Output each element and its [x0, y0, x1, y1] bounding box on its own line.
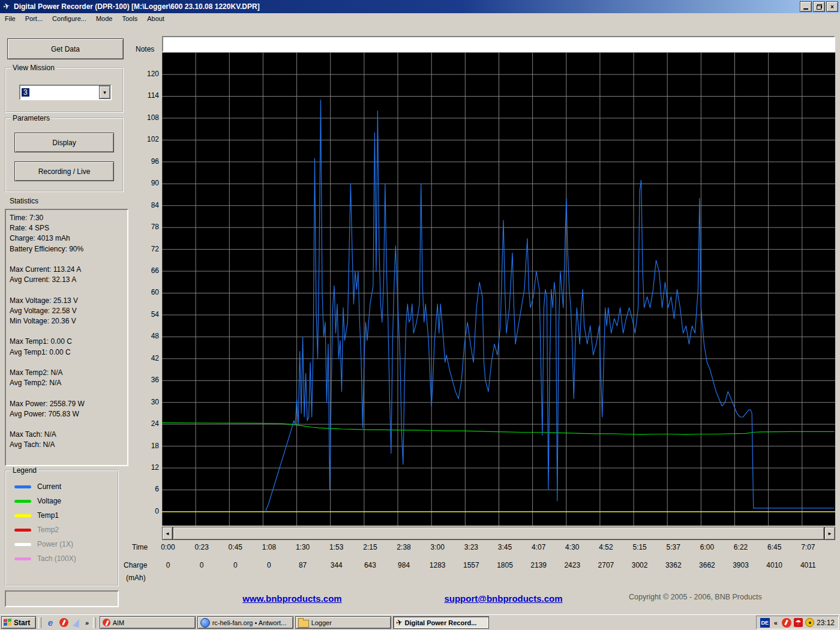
charge-axis-label: Charge: [124, 561, 147, 569]
statistics-line: [10, 419, 127, 430]
statistics-line: Charge: 4013 mAh: [10, 233, 127, 244]
statistics-line: Max Power: 2558.79 W: [10, 399, 127, 409]
task-button-digital-power-record[interactable]: ✈Digital Power Record...: [393, 616, 489, 629]
legend-item-temp1: Temp1: [6, 508, 118, 523]
y-tick-label: 72: [133, 245, 159, 253]
time-tick-label: 0:23: [194, 543, 208, 551]
charge-value: 0: [267, 561, 271, 569]
kite-icon[interactable]: [71, 617, 82, 628]
chart-horizontal-scrollbar[interactable]: ◄ ►: [162, 527, 835, 540]
title-bar[interactable]: ✈ Digital Power Recorder (DPR-100) [M:\L…: [0, 0, 840, 13]
time-tick-label: 4:30: [565, 543, 579, 551]
y-tick-label: 114: [133, 91, 159, 100]
time-tick-label: 1:08: [262, 543, 276, 551]
y-tick-label: 42: [133, 354, 159, 362]
charge-value: 1283: [430, 561, 446, 569]
y-tick-label: 24: [133, 419, 159, 428]
start-button[interactable]: Start: [1, 616, 36, 629]
charge-value: 87: [299, 561, 307, 569]
ie-glyph: e: [48, 618, 53, 628]
task-button-strip: AIMrc-heli-fan.org • Antwort...Logger✈Di…: [98, 616, 490, 629]
y-tick-label: 96: [133, 157, 159, 166]
website-link[interactable]: www.bnbproducts.com: [242, 593, 341, 604]
charge-value: 1557: [463, 561, 479, 569]
time-tick-label: 4:52: [599, 543, 613, 551]
charge-value: 2707: [598, 561, 614, 569]
charge-value: 1805: [497, 561, 513, 569]
aim-icon[interactable]: [58, 617, 69, 628]
restore-icon: [817, 4, 822, 10]
avira-tray-icon[interactable]: ☂: [794, 618, 803, 627]
task-button-logger[interactable]: Logger: [295, 616, 391, 629]
copyright-text: Copyright © 2005 - 2006, BNB Products: [629, 593, 762, 601]
menu-item-mode[interactable]: Mode: [91, 14, 118, 23]
menu-item-about[interactable]: About: [142, 14, 169, 23]
statistics-line: Max Temp2: N/A: [10, 368, 127, 378]
restore-button[interactable]: [813, 1, 825, 12]
power-chart: [162, 52, 835, 526]
statistics-line: Time: 7:30: [10, 213, 127, 223]
taskbar-grip: [38, 617, 41, 628]
statistics-line: Max Current: 113.24 A: [10, 265, 127, 275]
charge-value: 984: [398, 561, 410, 569]
close-button[interactable]: ×: [826, 1, 838, 12]
aim-icon: [103, 619, 110, 626]
task-button-label: rc-heli-fan.org • Antwort...: [212, 619, 287, 626]
minimize-button[interactable]: [800, 1, 812, 12]
scroll-left-button[interactable]: ◄: [162, 527, 173, 540]
charge-value: 344: [331, 561, 343, 569]
statistics-line: Rate: 4 SPS: [10, 223, 127, 233]
arrow-right-icon: ►: [827, 531, 832, 536]
charge-value: 3662: [699, 561, 715, 569]
mission-selected-value: 3: [22, 88, 29, 97]
scrollbar-thumb[interactable]: [173, 527, 824, 540]
menu-item-tools[interactable]: Tools: [117, 14, 142, 23]
menu-item-file[interactable]: File: [0, 14, 20, 23]
y-tick-label: 12: [133, 463, 159, 472]
statistics-line: [10, 254, 127, 265]
combo-dropdown-button[interactable]: ▼: [99, 86, 110, 99]
statistics-line: Max Voltage: 25.13 V: [10, 296, 127, 306]
tray-collapse-chevron[interactable]: «: [774, 619, 778, 626]
app-plane-icon: ✈: [1, 1, 13, 13]
time-tick-label: 7:07: [801, 543, 815, 551]
time-tick-label: 0:45: [229, 543, 242, 551]
get-data-button[interactable]: Get Data: [7, 38, 124, 59]
menu-item-configure[interactable]: Configure...: [47, 14, 91, 23]
y-tick-label: 90: [133, 179, 159, 187]
time-tick-label: 6:45: [767, 543, 781, 551]
charge-value: 2139: [530, 561, 547, 569]
task-button-label: Logger: [311, 619, 332, 626]
menu-item-port[interactable]: Port...: [20, 14, 47, 23]
charge-value: 2423: [564, 561, 580, 569]
time-tick-label: 6:22: [734, 543, 748, 551]
time-tick-label: 3:23: [464, 543, 478, 551]
y-tick-label: 6: [133, 485, 159, 493]
statistics-line: Min Voltage: 20.36 V: [10, 316, 127, 326]
quicklaunch-overflow-chevron[interactable]: »: [85, 619, 89, 626]
scroll-right-button[interactable]: ►: [824, 527, 835, 540]
support-email-link[interactable]: support@bnbproducts.com: [444, 593, 562, 604]
language-indicator-de[interactable]: DE: [760, 618, 770, 628]
y-tick-label: 78: [133, 223, 159, 231]
task-button-label: Digital Power Record...: [405, 619, 477, 626]
task-button-aim[interactable]: AIM: [100, 616, 196, 629]
charge-value: 4011: [800, 561, 816, 569]
aim-glyph: [59, 618, 68, 627]
recording-live-button[interactable]: Recording / Live: [14, 161, 114, 181]
legend-item-power: Power (1X): [6, 537, 118, 551]
flower-tray-icon[interactable]: [805, 618, 814, 627]
time-tick-label: 2:15: [363, 543, 377, 551]
charge-unit-label: (mAh): [126, 574, 146, 582]
statistics-panel: Time: 7:30Rate: 4 SPSCharge: 4013 mAhBat…: [5, 209, 128, 466]
notes-input[interactable]: [162, 36, 835, 52]
y-tick-label: 36: [133, 376, 159, 384]
y-tick-label: 66: [133, 266, 159, 275]
kite-glyph: [73, 617, 82, 628]
aim-tray-icon[interactable]: [782, 618, 791, 628]
task-button-rc-heli-fan-org---an[interactable]: rc-heli-fan.org • Antwort...: [197, 616, 293, 629]
ie-icon[interactable]: e: [45, 617, 56, 628]
mission-select[interactable]: 3 ▼: [19, 85, 112, 100]
notes-label: Notes: [136, 45, 154, 53]
display-button[interactable]: Display: [14, 133, 114, 152]
